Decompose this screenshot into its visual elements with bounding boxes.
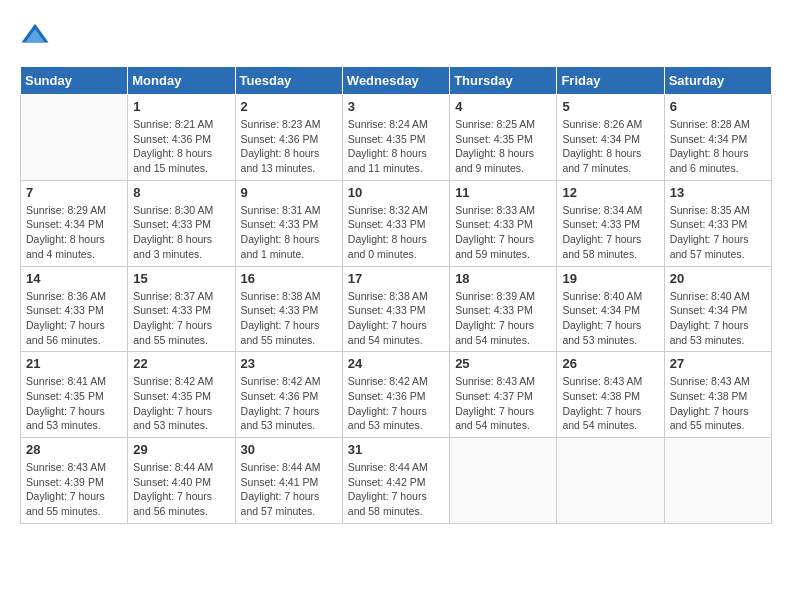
day-info: Sunrise: 8:39 AMSunset: 4:33 PMDaylight:… [455, 289, 551, 348]
day-number: 23 [241, 356, 337, 371]
day-info: Sunrise: 8:43 AMSunset: 4:37 PMDaylight:… [455, 374, 551, 433]
calendar-table: SundayMondayTuesdayWednesdayThursdayFrid… [20, 66, 772, 524]
calendar-cell: 13Sunrise: 8:35 AMSunset: 4:33 PMDayligh… [664, 180, 771, 266]
calendar-week-row: 28Sunrise: 8:43 AMSunset: 4:39 PMDayligh… [21, 438, 772, 524]
calendar-cell: 24Sunrise: 8:42 AMSunset: 4:36 PMDayligh… [342, 352, 449, 438]
day-number: 25 [455, 356, 551, 371]
day-info: Sunrise: 8:44 AMSunset: 4:42 PMDaylight:… [348, 460, 444, 519]
calendar-header-row: SundayMondayTuesdayWednesdayThursdayFrid… [21, 67, 772, 95]
calendar-cell: 28Sunrise: 8:43 AMSunset: 4:39 PMDayligh… [21, 438, 128, 524]
page-header [20, 20, 772, 50]
day-info: Sunrise: 8:25 AMSunset: 4:35 PMDaylight:… [455, 117, 551, 176]
day-info: Sunrise: 8:43 AMSunset: 4:38 PMDaylight:… [670, 374, 766, 433]
day-info: Sunrise: 8:40 AMSunset: 4:34 PMDaylight:… [670, 289, 766, 348]
day-number: 31 [348, 442, 444, 457]
day-number: 26 [562, 356, 658, 371]
day-info: Sunrise: 8:42 AMSunset: 4:36 PMDaylight:… [241, 374, 337, 433]
day-number: 28 [26, 442, 122, 457]
day-info: Sunrise: 8:28 AMSunset: 4:34 PMDaylight:… [670, 117, 766, 176]
calendar-cell [557, 438, 664, 524]
day-number: 7 [26, 185, 122, 200]
day-info: Sunrise: 8:42 AMSunset: 4:35 PMDaylight:… [133, 374, 229, 433]
day-info: Sunrise: 8:34 AMSunset: 4:33 PMDaylight:… [562, 203, 658, 262]
calendar-cell: 9Sunrise: 8:31 AMSunset: 4:33 PMDaylight… [235, 180, 342, 266]
column-header-sunday: Sunday [21, 67, 128, 95]
logo [20, 20, 54, 50]
day-info: Sunrise: 8:43 AMSunset: 4:39 PMDaylight:… [26, 460, 122, 519]
day-number: 27 [670, 356, 766, 371]
calendar-week-row: 7Sunrise: 8:29 AMSunset: 4:34 PMDaylight… [21, 180, 772, 266]
calendar-cell: 2Sunrise: 8:23 AMSunset: 4:36 PMDaylight… [235, 95, 342, 181]
day-info: Sunrise: 8:32 AMSunset: 4:33 PMDaylight:… [348, 203, 444, 262]
calendar-cell: 7Sunrise: 8:29 AMSunset: 4:34 PMDaylight… [21, 180, 128, 266]
day-info: Sunrise: 8:30 AMSunset: 4:33 PMDaylight:… [133, 203, 229, 262]
calendar-cell [664, 438, 771, 524]
day-info: Sunrise: 8:31 AMSunset: 4:33 PMDaylight:… [241, 203, 337, 262]
column-header-thursday: Thursday [450, 67, 557, 95]
calendar-cell: 6Sunrise: 8:28 AMSunset: 4:34 PMDaylight… [664, 95, 771, 181]
calendar-week-row: 14Sunrise: 8:36 AMSunset: 4:33 PMDayligh… [21, 266, 772, 352]
calendar-cell: 15Sunrise: 8:37 AMSunset: 4:33 PMDayligh… [128, 266, 235, 352]
calendar-week-row: 1Sunrise: 8:21 AMSunset: 4:36 PMDaylight… [21, 95, 772, 181]
day-number: 18 [455, 271, 551, 286]
day-number: 13 [670, 185, 766, 200]
calendar-cell: 17Sunrise: 8:38 AMSunset: 4:33 PMDayligh… [342, 266, 449, 352]
day-number: 21 [26, 356, 122, 371]
day-info: Sunrise: 8:40 AMSunset: 4:34 PMDaylight:… [562, 289, 658, 348]
day-number: 10 [348, 185, 444, 200]
day-number: 1 [133, 99, 229, 114]
day-number: 9 [241, 185, 337, 200]
day-number: 4 [455, 99, 551, 114]
day-number: 6 [670, 99, 766, 114]
calendar-cell: 21Sunrise: 8:41 AMSunset: 4:35 PMDayligh… [21, 352, 128, 438]
calendar-cell: 1Sunrise: 8:21 AMSunset: 4:36 PMDaylight… [128, 95, 235, 181]
day-number: 11 [455, 185, 551, 200]
day-info: Sunrise: 8:41 AMSunset: 4:35 PMDaylight:… [26, 374, 122, 433]
calendar-cell: 8Sunrise: 8:30 AMSunset: 4:33 PMDaylight… [128, 180, 235, 266]
column-header-friday: Friday [557, 67, 664, 95]
calendar-cell: 22Sunrise: 8:42 AMSunset: 4:35 PMDayligh… [128, 352, 235, 438]
column-header-saturday: Saturday [664, 67, 771, 95]
column-header-wednesday: Wednesday [342, 67, 449, 95]
day-number: 20 [670, 271, 766, 286]
day-info: Sunrise: 8:21 AMSunset: 4:36 PMDaylight:… [133, 117, 229, 176]
day-info: Sunrise: 8:33 AMSunset: 4:33 PMDaylight:… [455, 203, 551, 262]
day-info: Sunrise: 8:29 AMSunset: 4:34 PMDaylight:… [26, 203, 122, 262]
day-info: Sunrise: 8:44 AMSunset: 4:40 PMDaylight:… [133, 460, 229, 519]
day-info: Sunrise: 8:44 AMSunset: 4:41 PMDaylight:… [241, 460, 337, 519]
day-info: Sunrise: 8:42 AMSunset: 4:36 PMDaylight:… [348, 374, 444, 433]
day-info: Sunrise: 8:24 AMSunset: 4:35 PMDaylight:… [348, 117, 444, 176]
calendar-cell [450, 438, 557, 524]
calendar-cell: 25Sunrise: 8:43 AMSunset: 4:37 PMDayligh… [450, 352, 557, 438]
calendar-cell: 4Sunrise: 8:25 AMSunset: 4:35 PMDaylight… [450, 95, 557, 181]
day-number: 5 [562, 99, 658, 114]
day-info: Sunrise: 8:38 AMSunset: 4:33 PMDaylight:… [348, 289, 444, 348]
day-number: 3 [348, 99, 444, 114]
day-number: 12 [562, 185, 658, 200]
calendar-cell: 18Sunrise: 8:39 AMSunset: 4:33 PMDayligh… [450, 266, 557, 352]
day-number: 17 [348, 271, 444, 286]
day-number: 29 [133, 442, 229, 457]
calendar-cell: 30Sunrise: 8:44 AMSunset: 4:41 PMDayligh… [235, 438, 342, 524]
logo-icon [20, 20, 50, 50]
day-number: 30 [241, 442, 337, 457]
day-info: Sunrise: 8:26 AMSunset: 4:34 PMDaylight:… [562, 117, 658, 176]
day-number: 24 [348, 356, 444, 371]
calendar-cell: 12Sunrise: 8:34 AMSunset: 4:33 PMDayligh… [557, 180, 664, 266]
calendar-cell: 23Sunrise: 8:42 AMSunset: 4:36 PMDayligh… [235, 352, 342, 438]
calendar-cell: 16Sunrise: 8:38 AMSunset: 4:33 PMDayligh… [235, 266, 342, 352]
column-header-monday: Monday [128, 67, 235, 95]
day-info: Sunrise: 8:23 AMSunset: 4:36 PMDaylight:… [241, 117, 337, 176]
calendar-cell: 10Sunrise: 8:32 AMSunset: 4:33 PMDayligh… [342, 180, 449, 266]
calendar-cell: 19Sunrise: 8:40 AMSunset: 4:34 PMDayligh… [557, 266, 664, 352]
day-info: Sunrise: 8:37 AMSunset: 4:33 PMDaylight:… [133, 289, 229, 348]
day-number: 16 [241, 271, 337, 286]
calendar-cell: 29Sunrise: 8:44 AMSunset: 4:40 PMDayligh… [128, 438, 235, 524]
calendar-week-row: 21Sunrise: 8:41 AMSunset: 4:35 PMDayligh… [21, 352, 772, 438]
day-number: 14 [26, 271, 122, 286]
day-info: Sunrise: 8:36 AMSunset: 4:33 PMDaylight:… [26, 289, 122, 348]
day-number: 8 [133, 185, 229, 200]
calendar-cell: 11Sunrise: 8:33 AMSunset: 4:33 PMDayligh… [450, 180, 557, 266]
calendar-cell: 31Sunrise: 8:44 AMSunset: 4:42 PMDayligh… [342, 438, 449, 524]
calendar-cell: 14Sunrise: 8:36 AMSunset: 4:33 PMDayligh… [21, 266, 128, 352]
